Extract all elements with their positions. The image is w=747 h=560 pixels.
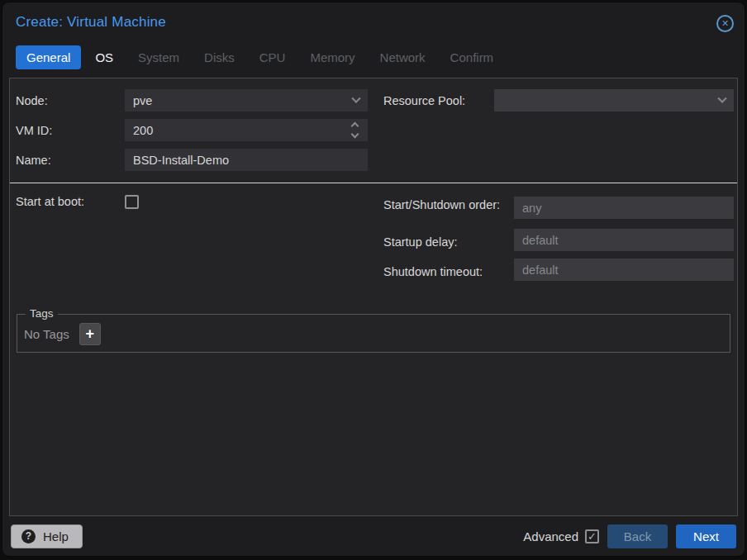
name-label: Name: xyxy=(16,153,125,168)
vmid-spinner[interactable] xyxy=(352,123,359,137)
help-button-label: Help xyxy=(43,529,69,543)
startup-delay-input[interactable] xyxy=(514,229,734,251)
tags-legend: Tags xyxy=(26,307,58,320)
dialog-footer: ? Help Advanced ✓ Back Next xyxy=(2,516,745,556)
back-button[interactable]: Back xyxy=(607,524,668,548)
no-tags-text: No Tags xyxy=(24,327,69,341)
tab-memory: Memory xyxy=(299,45,365,69)
chevron-down-icon[interactable] xyxy=(717,93,726,102)
vmid-value: 200 xyxy=(133,124,153,137)
node-combobox[interactable]: pve xyxy=(125,89,368,112)
node-value: pve xyxy=(133,94,152,107)
question-mark-icon: ? xyxy=(21,529,36,543)
spinner-up-icon[interactable] xyxy=(351,122,359,131)
resource-pool-combobox[interactable] xyxy=(494,89,734,112)
tab-cpu: CPU xyxy=(249,45,297,69)
tab-disks: Disks xyxy=(193,45,245,69)
vmid-stepper[interactable]: 200 xyxy=(125,119,368,141)
wizard-tabbar: General OS System Disks CPU Memory Netwo… xyxy=(2,45,745,69)
general-form-panel: Node: pve VM ID: 200 xyxy=(9,78,738,516)
add-tag-button[interactable]: + xyxy=(79,323,101,345)
tags-fieldset: Tags No Tags + xyxy=(17,314,730,353)
resource-pool-label: Resource Pool: xyxy=(383,93,494,108)
spinner-down-icon[interactable] xyxy=(351,131,359,139)
section-divider xyxy=(10,183,737,183)
next-button[interactable]: Next xyxy=(676,524,736,548)
startup-order-label: Start/Shutdown order: xyxy=(383,194,514,212)
chevron-down-icon[interactable] xyxy=(351,93,360,102)
shutdown-timeout-label: Shutdown timeout: xyxy=(383,261,514,279)
vmid-label: VM ID: xyxy=(16,123,125,138)
create-vm-dialog: Create: Virtual Machine ✕ General OS Sys… xyxy=(2,2,745,556)
tab-os[interactable]: OS xyxy=(84,45,124,69)
name-input[interactable] xyxy=(125,149,368,171)
form-section-top: Node: pve VM ID: 200 xyxy=(10,78,737,178)
shutdown-timeout-input[interactable] xyxy=(514,259,734,281)
help-button[interactable]: ? Help xyxy=(11,524,83,548)
tab-system: System xyxy=(127,45,190,69)
tab-network: Network xyxy=(369,45,436,69)
form-section-advanced: Start at boot: Start/Shutdown order: Sta… xyxy=(10,194,737,288)
advanced-label: Advanced xyxy=(523,529,578,543)
tab-general[interactable]: General xyxy=(16,45,81,69)
start-at-boot-label: Start at boot: xyxy=(16,194,125,209)
dialog-title: Create: Virtual Machine xyxy=(16,14,166,30)
startup-delay-label: Startup delay: xyxy=(383,231,514,249)
close-icon[interactable]: ✕ xyxy=(716,15,734,32)
start-at-boot-checkbox[interactable] xyxy=(125,195,139,209)
node-label: Node: xyxy=(16,93,125,108)
startup-order-input[interactable] xyxy=(514,197,734,219)
panel-empty-space xyxy=(10,353,737,515)
dialog-header: Create: Virtual Machine ✕ xyxy=(2,2,745,42)
advanced-checkbox[interactable]: ✓ xyxy=(585,529,599,543)
tab-confirm: Confirm xyxy=(440,45,505,69)
